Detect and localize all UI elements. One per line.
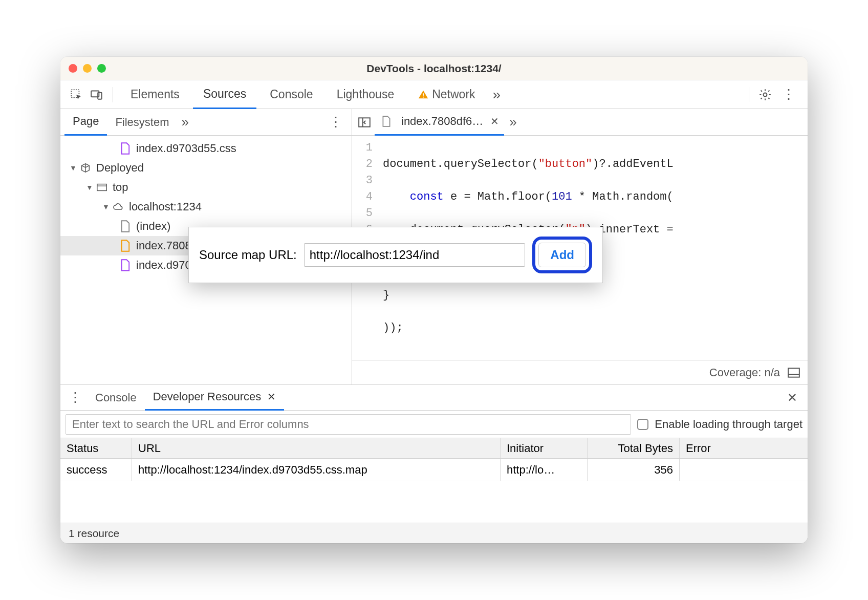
drawer-menu-icon[interactable]: ⋮ bbox=[63, 390, 87, 405]
cell-initiator: http://lo… bbox=[501, 459, 588, 481]
toggle-navigator-icon[interactable] bbox=[354, 117, 375, 128]
caret-down-icon: ▼ bbox=[70, 164, 79, 172]
resource-filter-input[interactable] bbox=[66, 414, 631, 435]
drawer-tabs: ⋮ Console Developer Resources ✕ ✕ bbox=[60, 385, 808, 411]
js-file-icon bbox=[119, 240, 132, 252]
close-drawer-tab-icon[interactable]: ✕ bbox=[267, 391, 276, 403]
table-header: Status URL Initiator Total Bytes Error bbox=[60, 438, 808, 459]
editor-footer: Coverage: n/a bbox=[352, 360, 808, 384]
tree-label: index.7808 bbox=[136, 239, 191, 252]
titlebar: DevTools - localhost:1234/ bbox=[60, 57, 808, 80]
warning-icon bbox=[418, 89, 429, 100]
tab-elements[interactable]: Elements bbox=[120, 80, 190, 109]
tree-label: index.d9703d55.css bbox=[136, 142, 236, 155]
frame-icon bbox=[95, 183, 108, 192]
popup-label: Source map URL: bbox=[199, 248, 297, 262]
navigator-menu-icon[interactable]: ⋮ bbox=[324, 114, 348, 130]
more-subtabs-icon[interactable]: » bbox=[178, 114, 193, 130]
caret-down-icon: ▼ bbox=[102, 203, 112, 211]
cube-icon bbox=[79, 162, 92, 174]
subtab-page[interactable]: Page bbox=[64, 109, 107, 136]
tree-host[interactable]: ▼ localhost:1234 bbox=[60, 197, 352, 217]
subtab-filesystem[interactable]: Filesystem bbox=[107, 109, 177, 136]
col-error[interactable]: Error bbox=[680, 438, 808, 458]
close-tab-icon[interactable]: ✕ bbox=[490, 115, 499, 127]
add-button[interactable]: Add bbox=[538, 243, 586, 267]
document-icon bbox=[119, 220, 132, 232]
enable-loading-label: Enable loading through target bbox=[655, 418, 802, 431]
editor-tabbar: index.7808df6… ✕ » bbox=[352, 109, 808, 136]
window-title: DevTools - localhost:1234/ bbox=[60, 62, 808, 75]
tree-label: Deployed bbox=[96, 161, 144, 175]
drawer-tab-devres[interactable]: Developer Resources ✕ bbox=[145, 385, 285, 411]
tree-top[interactable]: ▼ top bbox=[60, 178, 352, 197]
main-area: Page Filesystem » ⋮ index.d9703d55.css ▼… bbox=[60, 109, 808, 384]
tab-network-label: Network bbox=[432, 88, 475, 101]
tree-file-css[interactable]: index.d9703d55.css bbox=[60, 139, 352, 158]
main-toolbar: Elements Sources Console Lighthouse Netw… bbox=[60, 80, 808, 109]
tree-label: top bbox=[113, 181, 128, 194]
svg-rect-3 bbox=[423, 93, 424, 96]
drawer-tab-label: Developer Resources bbox=[153, 390, 262, 403]
source-map-popup: Source map URL: Add bbox=[188, 227, 603, 283]
source-map-url-input[interactable] bbox=[304, 243, 526, 267]
cell-status: success bbox=[60, 459, 132, 481]
show-drawer-icon[interactable] bbox=[787, 367, 800, 378]
navigator-tabs: Page Filesystem » ⋮ bbox=[60, 109, 352, 136]
document-icon bbox=[380, 116, 393, 127]
drawer-tab-console[interactable]: Console bbox=[87, 385, 145, 411]
cell-error bbox=[680, 459, 808, 481]
more-file-tabs-icon[interactable]: » bbox=[504, 114, 522, 130]
tab-lighthouse[interactable]: Lighthouse bbox=[327, 80, 405, 109]
css-file-icon bbox=[119, 142, 132, 155]
svg-rect-2 bbox=[98, 92, 102, 99]
drawer-panel: ⋮ Console Developer Resources ✕ ✕ Enable… bbox=[60, 384, 808, 543]
editor-file-tab[interactable]: index.7808df6… ✕ bbox=[375, 109, 504, 136]
tree-deployed[interactable]: ▼ Deployed bbox=[60, 158, 352, 178]
cell-bytes: 356 bbox=[588, 459, 680, 481]
cloud-icon bbox=[112, 202, 125, 211]
coverage-label: Coverage: n/a bbox=[709, 366, 780, 379]
close-drawer-icon[interactable]: ✕ bbox=[780, 391, 805, 405]
devtools-window: DevTools - localhost:1234/ Elements Sour… bbox=[60, 57, 808, 543]
cell-url: http://localhost:1234/index.d9703d55.css… bbox=[132, 459, 501, 481]
col-bytes[interactable]: Total Bytes bbox=[588, 438, 680, 458]
tree-label: (index) bbox=[136, 220, 170, 233]
tab-network[interactable]: Network bbox=[407, 80, 485, 109]
drawer-statusbar: 1 resource bbox=[60, 523, 808, 543]
tab-sources[interactable]: Sources bbox=[193, 80, 256, 109]
svg-point-5 bbox=[764, 93, 767, 96]
tree-label: localhost:1234 bbox=[129, 200, 202, 213]
more-tabs-icon[interactable]: » bbox=[489, 80, 505, 109]
col-initiator[interactable]: Initiator bbox=[501, 438, 588, 458]
svg-rect-6 bbox=[97, 184, 106, 191]
css-file-icon bbox=[119, 259, 132, 271]
col-url[interactable]: URL bbox=[132, 438, 501, 458]
drawer-filter-row: Enable loading through target bbox=[60, 411, 808, 438]
inspect-element-icon[interactable] bbox=[68, 86, 85, 103]
table-row[interactable]: success http://localhost:1234/index.d970… bbox=[60, 459, 808, 481]
add-button-highlight: Add bbox=[532, 237, 592, 273]
resource-count: 1 resource bbox=[69, 527, 119, 540]
resources-table: Status URL Initiator Total Bytes Error s… bbox=[60, 438, 808, 523]
device-toolbar-icon[interactable] bbox=[88, 86, 105, 103]
file-tab-label: index.7808df6… bbox=[401, 115, 483, 128]
tab-console[interactable]: Console bbox=[259, 80, 323, 109]
col-status[interactable]: Status bbox=[60, 438, 132, 458]
tree-label: index.d970 bbox=[136, 259, 191, 272]
svg-rect-4 bbox=[423, 96, 424, 97]
enable-loading-checkbox[interactable] bbox=[637, 419, 648, 430]
caret-down-icon: ▼ bbox=[86, 183, 95, 191]
svg-rect-10 bbox=[788, 368, 799, 377]
kebab-menu-icon[interactable]: ⋮ bbox=[777, 87, 800, 102]
settings-gear-icon[interactable] bbox=[756, 86, 774, 103]
